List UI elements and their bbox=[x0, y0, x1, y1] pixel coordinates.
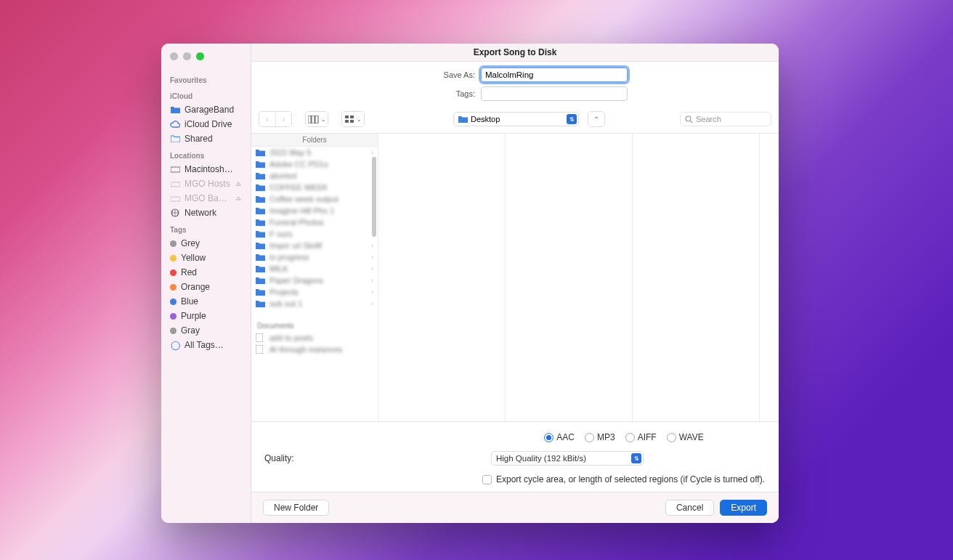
file-label: aborted bbox=[269, 171, 368, 180]
format-radio-aiff[interactable]: AIFF bbox=[625, 432, 657, 442]
export-cycle-label: Export cycle area, or length of selected… bbox=[496, 474, 765, 484]
folder-icon bbox=[170, 106, 180, 113]
export-options: AACMP3AIFFWAVE Quality: High Quality (19… bbox=[251, 422, 779, 492]
window-controls bbox=[161, 48, 251, 70]
export-cycle-checkbox[interactable] bbox=[482, 475, 492, 484]
export-dialog-window: Favourites iCloud GarageBandiCloud Drive… bbox=[161, 44, 779, 523]
quality-popup[interactable]: High Quality (192 kBit/s) ⇅ bbox=[491, 451, 644, 466]
svg-rect-10 bbox=[350, 120, 354, 123]
sidebar-tag-item[interactable]: Gray bbox=[161, 323, 251, 338]
folder-icon bbox=[256, 207, 266, 214]
minimize-window-button[interactable] bbox=[183, 52, 191, 60]
folder-row[interactable]: Paper Dragons› bbox=[251, 275, 378, 286]
svg-rect-4 bbox=[308, 115, 311, 123]
folder-row[interactable]: sub out 1› bbox=[251, 298, 378, 309]
folder-row[interactable]: Impor url StoM› bbox=[251, 240, 378, 251]
format-radio-group: AACMP3AIFFWAVE bbox=[264, 432, 766, 442]
sidebar-tag-item[interactable]: Yellow bbox=[161, 251, 251, 265]
folder-row[interactable]: Adobe CC PD1s› bbox=[251, 158, 378, 170]
sidebar-item[interactable]: GarageBand bbox=[161, 102, 251, 117]
radio-icon bbox=[667, 433, 676, 442]
maximize-window-button[interactable] bbox=[196, 52, 204, 60]
folder-row[interactable]: Projects› bbox=[251, 286, 378, 298]
sidebar-tag-item[interactable]: Purple bbox=[161, 309, 251, 323]
folder-row[interactable]: MILK› bbox=[251, 263, 378, 275]
sidebar-item-label: Macintosh… bbox=[184, 164, 233, 174]
tags-label: Tags: bbox=[402, 89, 475, 98]
folder-row[interactable]: Funeral Photos› bbox=[251, 216, 378, 228]
sidebar-all-tags[interactable]: ◯ All Tags… bbox=[161, 338, 251, 352]
documents-header: Documents bbox=[251, 320, 378, 332]
sidebar-item-label: All Tags… bbox=[184, 340, 224, 350]
folder-icon bbox=[256, 184, 266, 191]
document-row[interactable]: AI through instances bbox=[251, 344, 378, 355]
dropdown-stepper-icon: ⇅ bbox=[567, 114, 577, 124]
format-radio-wave[interactable]: WAVE bbox=[667, 432, 704, 442]
sidebar-tag-item[interactable]: Orange bbox=[161, 280, 251, 294]
format-radio-mp3[interactable]: MP3 bbox=[585, 432, 615, 442]
folder-row[interactable]: in progress› bbox=[251, 251, 378, 263]
file-label: in progress bbox=[269, 253, 368, 261]
browser-column-2[interactable] bbox=[378, 134, 506, 421]
collapse-browser-button[interactable]: ⌃ bbox=[588, 112, 604, 126]
tags-input[interactable] bbox=[481, 86, 628, 101]
browser-column-1[interactable]: Folders 2022 May 5›Adobe CC PD1s›aborted… bbox=[251, 134, 378, 421]
browser-column-3[interactable] bbox=[506, 134, 633, 421]
location-label: Desktop bbox=[471, 115, 500, 123]
sidebar-tag-item[interactable]: Red bbox=[161, 265, 251, 280]
tag-dot-icon bbox=[170, 313, 177, 320]
sidebar-item[interactable]: MGO Hosts⏏ bbox=[161, 176, 251, 191]
view-mode-button[interactable]: ⌄ bbox=[306, 112, 328, 126]
eject-icon[interactable]: ⏏ bbox=[235, 180, 242, 187]
svg-rect-9 bbox=[345, 120, 349, 123]
sidebar-item[interactable]: Network bbox=[161, 206, 251, 220]
sidebar-item-label: Purple bbox=[181, 311, 206, 321]
browser-column-4[interactable] bbox=[633, 134, 760, 421]
radio-icon bbox=[625, 433, 635, 442]
folder-row[interactable]: F ours› bbox=[251, 228, 378, 240]
export-button[interactable]: Export bbox=[720, 500, 767, 516]
file-label: add to posts bbox=[269, 333, 373, 342]
file-label: COFFEE WEEK bbox=[269, 183, 368, 192]
file-label: AI through instances bbox=[269, 345, 373, 354]
save-as-input[interactable] bbox=[481, 68, 628, 82]
format-radio-aac[interactable]: AAC bbox=[544, 432, 575, 442]
document-row[interactable]: add to posts bbox=[251, 332, 378, 344]
chevron-right-icon: › bbox=[283, 115, 285, 123]
cancel-button[interactable]: Cancel bbox=[665, 500, 714, 516]
sidebar-item-label: MGO Hosts bbox=[184, 179, 230, 189]
folder-row[interactable]: 2022 May 5› bbox=[251, 147, 378, 158]
file-label: Imagine Hill Pho 1 bbox=[269, 206, 368, 215]
folder-row[interactable]: COFFEE WEEK› bbox=[251, 182, 378, 193]
tag-dot-icon bbox=[170, 299, 177, 305]
column-header: Folders bbox=[251, 134, 378, 147]
new-folder-button[interactable]: New Folder bbox=[263, 500, 329, 516]
folder-row[interactable]: Coffee week output› bbox=[251, 193, 378, 205]
sidebar-item[interactable]: iCloud Drive bbox=[161, 117, 251, 131]
sidebar-item[interactable]: Macintosh… bbox=[161, 162, 251, 176]
location-popup[interactable]: Desktop ⇅ bbox=[453, 112, 579, 126]
sidebar-tag-item[interactable]: Grey bbox=[161, 236, 251, 251]
nav-back-button[interactable]: ‹ bbox=[259, 112, 275, 126]
nav-forward-button[interactable]: › bbox=[275, 112, 291, 126]
folder-row[interactable]: Imagine Hill Pho 1› bbox=[251, 205, 378, 216]
file-label: MILK bbox=[269, 264, 368, 273]
sidebar-item-label: Blue bbox=[181, 296, 198, 307]
scrollbar[interactable] bbox=[372, 157, 376, 237]
search-field[interactable]: Search bbox=[680, 112, 771, 126]
eject-icon[interactable]: ⏏ bbox=[235, 195, 242, 202]
sidebar-tag-item[interactable]: Blue bbox=[161, 294, 251, 309]
folder-icon bbox=[256, 172, 266, 179]
sidebar-item-label: iCloud Drive bbox=[184, 119, 232, 129]
folder-row[interactable]: aborted› bbox=[251, 170, 378, 182]
sidebar-item[interactable]: Shared bbox=[161, 131, 251, 146]
sidebar-item[interactable]: MGO Ba…⏏ bbox=[161, 191, 251, 206]
svg-rect-14 bbox=[256, 345, 263, 354]
chevron-right-icon: › bbox=[371, 265, 373, 272]
all-tags-icon: ◯ bbox=[170, 340, 180, 350]
group-by-button[interactable]: ⌄ bbox=[342, 112, 364, 126]
close-window-button[interactable] bbox=[170, 52, 178, 60]
sidebar: Favourites iCloud GarageBandiCloud Drive… bbox=[161, 44, 251, 523]
dropdown-stepper-icon: ⇅ bbox=[631, 453, 641, 463]
main-panel: Export Song to Disk Save As: Tags: ‹ › bbox=[251, 44, 779, 523]
